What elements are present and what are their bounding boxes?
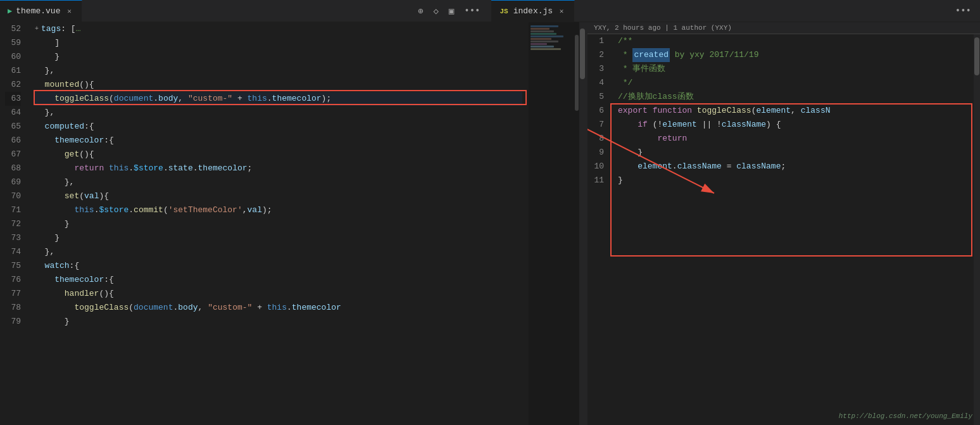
right-scrollbar-thumb[interactable] bbox=[974, 37, 979, 75]
token: (){ bbox=[99, 287, 113, 301]
token: toggleClass bbox=[697, 104, 751, 118]
token: . bbox=[173, 301, 178, 315]
token: val bbox=[84, 189, 99, 203]
token: className bbox=[677, 160, 722, 174]
token: . bbox=[129, 162, 134, 175]
minimap-line bbox=[531, 38, 551, 40]
code-line-75: watch :{ bbox=[35, 259, 522, 273]
line-num-64: 64 bbox=[5, 106, 21, 120]
left-minimap bbox=[529, 22, 579, 425]
token: */ bbox=[618, 76, 632, 90]
token: :{ bbox=[104, 273, 114, 287]
code-line-78: toggleClass ( document . body , "custom-… bbox=[35, 301, 522, 315]
token: }, bbox=[35, 64, 54, 78]
token: (){ bbox=[79, 78, 94, 92]
token bbox=[35, 301, 74, 315]
attribution: http://blog.csdn.net/young_Emily bbox=[839, 412, 972, 420]
right-more-icon[interactable]: ••• bbox=[953, 4, 974, 17]
token: . bbox=[267, 92, 272, 106]
token: . bbox=[287, 301, 292, 315]
code-line-64: }, bbox=[35, 106, 522, 120]
left-tab-actions: ⊕ ◇ ▣ ••• bbox=[409, 4, 489, 18]
token: }, bbox=[35, 106, 54, 120]
line-num-74: 74 bbox=[5, 245, 21, 259]
tab-index-js-label: index.js bbox=[513, 6, 553, 16]
tab-theme-vue-close[interactable]: ✕ bbox=[64, 6, 74, 16]
token: ; bbox=[248, 162, 253, 175]
token: this bbox=[248, 92, 267, 106]
token: + bbox=[232, 92, 247, 106]
token: className bbox=[736, 160, 781, 174]
token: return bbox=[74, 162, 104, 175]
left-editor-pane: 52 59 60 61 62 63 64 65 66 67 68 69 70 7… bbox=[0, 22, 587, 425]
tab-index-js[interactable]: JS index.js ✕ bbox=[491, 0, 575, 22]
tab-bar: ▶ theme.vue ✕ ⊕ ◇ ▣ ••• JS index.js ✕ ••… bbox=[0, 0, 980, 22]
expand-icon-52[interactable]: + bbox=[35, 22, 39, 36]
minimap-line bbox=[531, 30, 554, 32]
token: themecolor bbox=[35, 134, 104, 148]
line-num-68: 68 bbox=[5, 162, 21, 175]
editor-area: 52 59 60 61 62 63 64 65 66 67 68 69 70 7… bbox=[0, 22, 980, 425]
line-num-73: 73 bbox=[5, 231, 21, 245]
right-code-lines: /** * created by yxy 2017/11/19 * 事件函数 *… bbox=[612, 34, 974, 425]
token: = bbox=[722, 160, 736, 174]
line-num-70: 70 bbox=[5, 189, 21, 203]
more-icon[interactable]: ••• bbox=[462, 4, 482, 17]
code-line-62: mounted (){ bbox=[35, 78, 522, 92]
token: this bbox=[74, 203, 94, 217]
token bbox=[35, 203, 74, 217]
token: watch bbox=[35, 259, 70, 273]
rline-10: 10 bbox=[593, 160, 604, 174]
line-num-78: 78 bbox=[5, 301, 21, 315]
token: return bbox=[657, 132, 687, 146]
right-scrollbar[interactable] bbox=[974, 34, 980, 425]
blame-bar: YXY, 2 hours ago | 1 author (YXY) bbox=[587, 22, 980, 34]
tab-theme-vue[interactable]: ▶ theme.vue ✕ bbox=[0, 0, 82, 22]
minimap-line bbox=[531, 25, 558, 27]
minimap-line bbox=[531, 46, 554, 48]
rcode-line-6: export function toggleClass ( element , … bbox=[618, 104, 967, 118]
blame-text: YXY, 2 hours ago | 1 author (YXY) bbox=[594, 24, 732, 32]
token: : [ bbox=[61, 22, 75, 36]
token: . bbox=[163, 162, 168, 175]
token bbox=[618, 118, 638, 132]
minimap-line bbox=[531, 41, 558, 42]
right-tab-actions: ••• bbox=[946, 4, 980, 17]
tab-index-js-close[interactable]: ✕ bbox=[556, 6, 567, 16]
line-num-67: 67 bbox=[5, 148, 21, 162]
line-num-59: 59 bbox=[5, 36, 21, 50]
left-scrollbar[interactable] bbox=[579, 22, 586, 425]
left-scrollbar-thumb[interactable] bbox=[580, 29, 585, 79]
token: export bbox=[618, 104, 648, 118]
rline-5: 5 bbox=[593, 90, 604, 104]
rcode-line-8: return bbox=[618, 132, 967, 146]
token bbox=[104, 162, 109, 175]
token: + bbox=[252, 301, 267, 315]
token: * 事件函数 bbox=[618, 62, 665, 76]
token: className bbox=[722, 118, 766, 132]
token: ( bbox=[79, 189, 84, 203]
line-num-72: 72 bbox=[5, 217, 21, 231]
rcode-line-1: /** bbox=[618, 34, 967, 48]
token: . bbox=[129, 203, 134, 217]
code-line-69: }, bbox=[35, 175, 522, 189]
token: this bbox=[267, 301, 287, 315]
right-tab-group: JS index.js ✕ ••• bbox=[491, 0, 981, 22]
split-icon[interactable]: ▣ bbox=[446, 4, 456, 18]
token: . bbox=[94, 203, 99, 217]
search-icon[interactable]: ⊕ bbox=[415, 4, 425, 18]
right-editor-pane: YXY, 2 hours ago | 1 author (YXY) 1 2 3 … bbox=[587, 22, 980, 425]
line-num-60: 60 bbox=[5, 50, 21, 64]
token: , bbox=[178, 92, 188, 106]
left-code-lines: + tags : [ … ] } }, bbox=[28, 22, 529, 425]
line-num-69: 69 bbox=[5, 175, 21, 189]
token bbox=[618, 132, 657, 146]
git-icon[interactable]: ◇ bbox=[430, 4, 441, 18]
token: handler bbox=[35, 287, 99, 301]
token: ( bbox=[109, 92, 114, 106]
code-line-60: } bbox=[35, 50, 522, 64]
code-line-71: this . $store . commit ( 'setThemeColor'… bbox=[35, 203, 522, 217]
code-line-73: } bbox=[35, 231, 522, 245]
code-line-61: }, bbox=[35, 64, 522, 78]
rcode-line-3: * 事件函数 bbox=[618, 62, 967, 76]
